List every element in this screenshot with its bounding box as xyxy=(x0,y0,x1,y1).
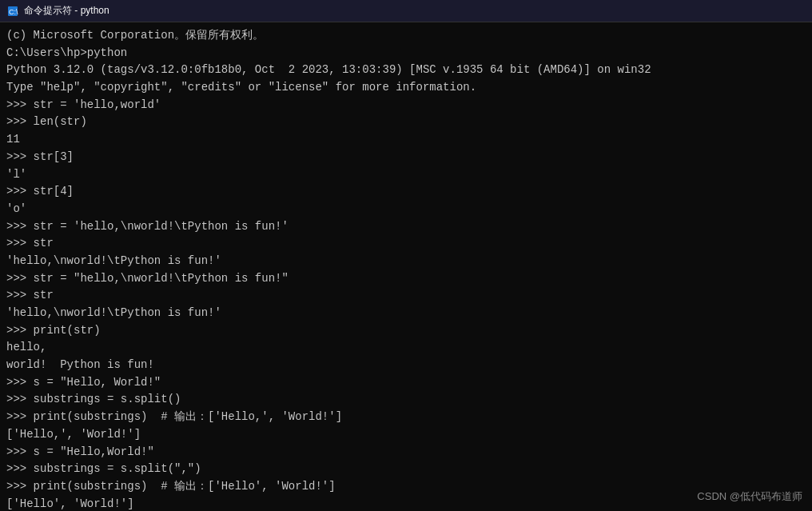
terminal-line: >>> print(substrings) # 输出：['Hello,', 'W… xyxy=(6,409,806,426)
terminal-line: >>> str = 'hello,world' xyxy=(6,97,806,114)
terminal-line: C:\Users\hp>python xyxy=(6,45,806,62)
terminal-line: ['Hello,', 'World!'] xyxy=(6,426,806,444)
terminal-line: 'l' xyxy=(6,166,806,184)
terminal-line: >>> str = 'hello,\nworld!\tPython is fun… xyxy=(6,218,806,236)
terminal-line: ['Hello', 'World!'] xyxy=(6,496,806,511)
svg-text:C:\: C:\ xyxy=(9,8,18,16)
terminal-line: 'o' xyxy=(6,201,806,218)
terminal-line: (c) Microsoft Corporation。保留所有权利。 xyxy=(6,27,806,45)
terminal[interactable]: (c) Microsoft Corporation。保留所有权利。C:\User… xyxy=(0,22,812,511)
terminal-line: >>> substrings = s.split(",") xyxy=(6,461,806,478)
terminal-line: >>> str xyxy=(6,235,806,253)
watermark: CSDN @低代码布道师 xyxy=(697,489,802,505)
terminal-line: >>> substrings = s.split() xyxy=(6,391,806,409)
terminal-line: 'hello,\nworld!\tPython is fun!' xyxy=(6,253,806,270)
terminal-line: >>> str[4] xyxy=(6,183,806,201)
terminal-line: >>> s = "Hello, World!" xyxy=(6,374,806,392)
terminal-line: >>> print(substrings) # 输出：['Hello', 'Wo… xyxy=(6,478,806,496)
terminal-line: hello, xyxy=(6,339,806,357)
terminal-line: 'hello,\nworld!\tPython is fun!' xyxy=(6,305,806,322)
terminal-line: >>> str = "hello,\nworld!\tPython is fun… xyxy=(6,270,806,288)
terminal-line: Python 3.12.0 (tags/v3.12.0:0fb18b0, Oct… xyxy=(6,62,806,79)
title-bar-text: 命令提示符 - python xyxy=(24,4,806,18)
terminal-line: >>> s = "Hello,World!" xyxy=(6,444,806,461)
terminal-line: >>> str[3] xyxy=(6,149,806,166)
title-bar: C:\ 命令提示符 - python xyxy=(0,0,812,22)
terminal-line: world! Python is fun! xyxy=(6,357,806,374)
terminal-line: 11 xyxy=(6,131,806,149)
terminal-line: Type "help", "copyright", "credits" or "… xyxy=(6,79,806,97)
terminal-line: >>> len(str) xyxy=(6,114,806,131)
title-bar-icon: C:\ xyxy=(6,5,19,18)
terminal-line: >>> str xyxy=(6,287,806,305)
terminal-line: >>> print(str) xyxy=(6,322,806,340)
